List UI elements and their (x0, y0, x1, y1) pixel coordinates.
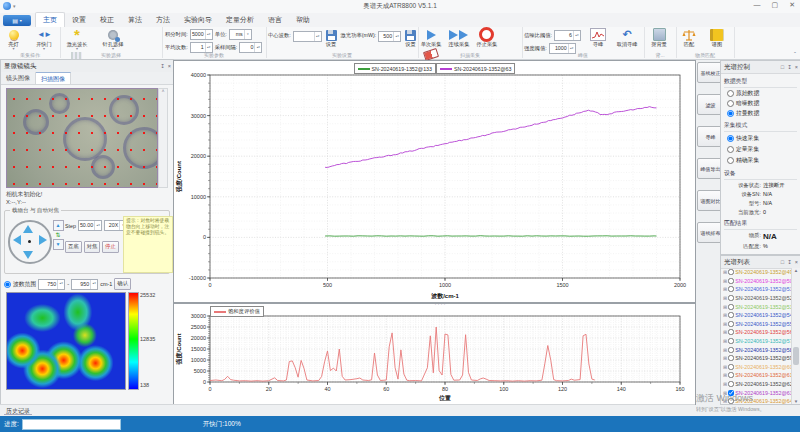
continuous-acquire-button[interactable]: 连续采集 (446, 27, 472, 47)
menu-item[interactable]: 主页 (35, 12, 65, 27)
spectrum-list-item[interactable]: ⊞ SN-20240619-1352@58 (721, 345, 792, 354)
spectrum-checkbox[interactable] (728, 338, 734, 344)
z-up-button[interactable]: ▲ (53, 220, 64, 231)
expand-icon[interactable]: ⊞ (723, 390, 727, 396)
acq-mode-option[interactable]: 定量采集 (727, 145, 762, 154)
spinner-arrows[interactable]: ▴▾ (205, 43, 212, 52)
spectrum-list-item[interactable]: ⊞ SN-20240619-1352@49 (721, 268, 792, 277)
tab-lens-image[interactable]: 镜头图像 (1, 72, 36, 84)
stage-dpad[interactable] (8, 220, 52, 264)
ribbon-collapse-icon[interactable]: ˆ (794, 51, 796, 57)
radio-button[interactable] (727, 110, 734, 117)
expand-icon[interactable]: ⊞ (723, 338, 727, 344)
expand-icon[interactable]: ⊞ (723, 321, 727, 327)
spinner-arrows[interactable]: ▴▾ (94, 221, 101, 230)
single-acquire-button[interactable]: 单次采集 (418, 27, 444, 47)
spectrum-checkbox[interactable] (728, 355, 734, 361)
expand-icon[interactable]: ⊞ (723, 269, 727, 275)
menu-item[interactable]: 语言 (261, 13, 289, 27)
expand-icon[interactable]: ⊞ (723, 329, 727, 335)
stop-acquire-button[interactable]: 停止采集 (474, 27, 500, 47)
expand-icon[interactable]: ⊞ (723, 286, 727, 292)
z-down-button[interactable]: ▼ (53, 239, 64, 250)
spectrum-list-item[interactable]: ⊞ SN-20240619-1352@54 (721, 311, 792, 320)
subtract-background-button[interactable]: 抠背景 (644, 27, 674, 47)
spinner-arrows[interactable]: ▴▾ (314, 32, 321, 41)
range-from-input[interactable]: 750▴▾ (38, 279, 65, 290)
spectrum-checkbox[interactable] (728, 329, 734, 335)
set-laser-power-button[interactable]: 设置 (403, 29, 418, 47)
step-input[interactable]: 50.00▴▾ (78, 220, 102, 231)
light-on-button[interactable]: 亮灯▾ (0, 27, 27, 50)
radio-button[interactable] (727, 157, 734, 164)
pin-icon[interactable]: ↧ (160, 60, 165, 72)
integration-time-input[interactable]: 5000▴▾ (190, 29, 213, 40)
expand-icon[interactable]: ⊞ (723, 381, 727, 387)
spectrum-checkbox[interactable] (728, 347, 734, 353)
spectrum-checkbox[interactable] (728, 304, 734, 310)
list-scrollbar[interactable]: ▲▼ (791, 268, 800, 404)
app-menu-button[interactable]: ▤ ▾ (3, 15, 31, 26)
menu-item[interactable]: 帮助 (289, 13, 317, 27)
expand-icon[interactable]: ⊞ (723, 398, 727, 404)
menu-item[interactable]: 定量分析 (219, 13, 261, 27)
expand-icon[interactable]: ⊞ (723, 295, 727, 301)
menu-item[interactable]: 方法 (149, 13, 177, 27)
spectrum-checkbox[interactable] (728, 278, 734, 284)
menu-item[interactable]: 算法 (121, 13, 149, 27)
spectrum-list-item[interactable]: ⊞ SN-20240619-1352@64 (721, 397, 792, 404)
menu-item[interactable]: 校正 (93, 13, 121, 27)
data-type-option[interactable]: 拉曼数据 (727, 109, 800, 118)
spectrum-list-item[interactable]: ⊞ SN-20240619-1352@52 (721, 294, 792, 303)
range-to-input[interactable]: 950▴▾ (71, 279, 98, 290)
laser-power-input[interactable]: 500▴▾ (378, 31, 401, 42)
spectrum-checkbox[interactable] (728, 398, 734, 404)
main-chart-svg[interactable]: 0500100015002000-10000010000200003000040… (174, 61, 693, 300)
history-label[interactable]: 历史记录 (4, 408, 32, 415)
expand-icon[interactable]: ⊞ (723, 278, 727, 284)
stage-up-arrow[interactable] (23, 225, 33, 233)
spinner-arrows[interactable]: ▴▾ (393, 32, 400, 41)
stop-button[interactable]: 停止 (102, 241, 119, 253)
panel-close-icon[interactable]: × (168, 60, 171, 72)
dropdown-caret-icon[interactable]: ▾ (244, 30, 251, 39)
spectrum-checkbox[interactable] (728, 381, 734, 387)
spectrum-checkbox[interactable] (728, 390, 734, 396)
unit-select[interactable]: ms▾ (229, 29, 252, 40)
legend-saturation[interactable]: 饱和度评价值 (210, 306, 264, 317)
expand-icon[interactable]: ⊞ (723, 372, 727, 378)
spectrum-checkbox[interactable] (728, 312, 734, 318)
legend-series-2[interactable]: SN-20240619-1352@63 (436, 63, 516, 74)
panel-close-icon[interactable]: × (795, 61, 798, 73)
menu-item[interactable]: 实验向导 (177, 13, 219, 27)
center-wavenumber-input[interactable]: ▴▾ (293, 31, 322, 42)
spectrum-list-item[interactable]: ⊞ SN-20240619-1352@50 (721, 277, 792, 286)
spectrum-checkbox[interactable] (728, 286, 734, 292)
main-chart-panel[interactable]: SN-20240619-1352@133 SN-20240619-1352@63… (173, 60, 696, 303)
spectrum-checkbox[interactable] (728, 364, 734, 370)
expand-icon[interactable]: ⊞ (723, 304, 727, 310)
match-button[interactable]: 匹配 (676, 27, 702, 47)
find-peaks-button[interactable]: 寻峰 (586, 27, 610, 47)
spectrum-list-item[interactable]: ⊞ SN-20240619-1352@55 (721, 320, 792, 329)
range-confirm-button[interactable]: 确认 (114, 278, 131, 290)
spectrum-library-button[interactable]: 谱图 (704, 27, 730, 47)
minimize-button[interactable]: — (754, 1, 761, 9)
menu-item[interactable]: 设置 (65, 13, 93, 27)
pinhole-select-button[interactable]: 针孔选择▾ (96, 27, 130, 50)
spectrum-list-item[interactable]: ⊞ SN-20240619-1352@57 (721, 337, 792, 346)
move-bottom-button[interactable]: 置底 (65, 241, 82, 253)
radio-button[interactable] (727, 90, 734, 97)
spectrum-list-item[interactable]: ⊞ SN-20240619-1352@59 (721, 354, 792, 363)
spinner-arrows[interactable]: ▴▾ (90, 280, 97, 289)
position-chart-svg[interactable]: 0204060801001201401600500010000150002000… (174, 304, 693, 402)
pin-icon[interactable]: ↧ (787, 256, 792, 268)
spectrum-list-item[interactable]: ⊞ SN-20240619-1352@51 (721, 285, 792, 294)
spectrum-list-item[interactable]: ⊞ SN-20240619-1352@62 (721, 380, 792, 389)
spinner-arrows[interactable]: ▴▾ (57, 280, 64, 289)
maximize-button[interactable]: ▢ (772, 1, 779, 9)
spectrum-checkbox[interactable] (728, 295, 734, 301)
pin-icon[interactable]: ↧ (787, 61, 792, 73)
expand-icon[interactable]: ⊞ (723, 364, 727, 370)
spectrum-list-item[interactable]: ⊞ SN-20240619-1352@63 (721, 388, 792, 397)
